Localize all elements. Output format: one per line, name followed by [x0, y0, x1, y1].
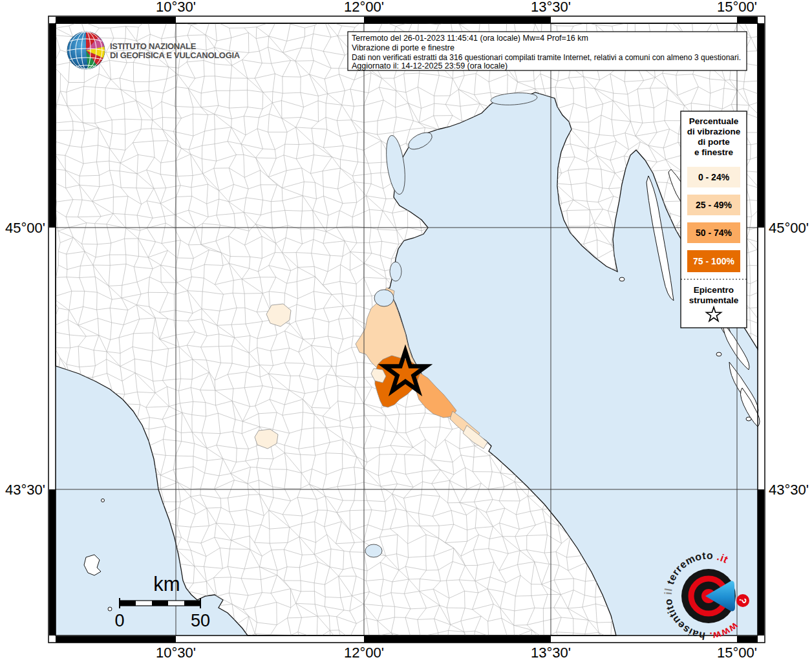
lake-trasimeno [365, 544, 382, 557]
legend-label-0-24: 0 - 24% [698, 172, 730, 182]
lat-label-left: 45°00' [5, 220, 45, 236]
map-area[interactable] [51, 19, 766, 653]
legend-title: Percentuale [689, 116, 739, 126]
ingv-name-line1: ISTITUTO NAZIONALE [110, 41, 197, 51]
lon-label-bottom: 10°30' [156, 645, 196, 661]
legend-label-50-74: 50 - 74% [696, 228, 732, 238]
scale-end-label: 50 [191, 611, 210, 630]
scale-start-label: 0 [114, 611, 124, 630]
lon-label-bottom: 13°30' [531, 645, 571, 661]
lat-label-right: 43°30' [769, 482, 809, 498]
lat-label-left: 43°30' [5, 482, 45, 498]
lon-label-bottom: 12°00' [344, 645, 384, 661]
legend-title: di vibrazione [687, 127, 741, 136]
legend-label-25-49: 25 - 49% [696, 200, 732, 210]
epicenter-legend-label: Epicentro [694, 285, 734, 295]
lon-label-top: 10°30' [156, 0, 196, 15]
legend-title: e finestre [694, 147, 734, 157]
ingv-name-line2: DI GEOFISICA E VULCANOLOGIA [110, 50, 240, 60]
scale-unit-label: km [153, 573, 180, 595]
legend: Percentuale di vibrazione di porte e fin… [681, 111, 747, 328]
legend-label-75-100: 75 - 100% [693, 256, 734, 266]
lon-label-top: 12°00' [344, 0, 384, 15]
ingv-shakemap-page: 10°30' 12°00' 13°30' 15°00' 10°30' 12°00… [0, 0, 812, 662]
coastal-lake [374, 290, 394, 306]
epicenter-legend-label: strumentale [689, 295, 739, 305]
title-box: Terremoto del 26-01-2023 11:45:41 (ora l… [348, 32, 747, 70]
update-timestamp: Aggiornato il: 14-12-2025 23:59 (ora loc… [352, 61, 508, 70]
data-disclaimer: Dati non verificati estratti da 316 ques… [352, 53, 741, 62]
lon-label-top: 15°00' [717, 0, 757, 15]
legend-title: di porte [698, 137, 730, 147]
comacchio-lagoon [390, 262, 401, 281]
lon-label-bottom: 15°00' [717, 645, 757, 661]
lon-label-top: 13°30' [531, 0, 571, 15]
lat-label-right: 45°00' [769, 220, 809, 236]
event-title: Terremoto del 26-01-2023 11:45:41 (ora l… [352, 34, 588, 43]
map-canvas: 10°30' 12°00' 13°30' 15°00' 10°30' 12°00… [0, 0, 812, 662]
map-subject: Vibrazione di porte e finestre [352, 43, 454, 52]
